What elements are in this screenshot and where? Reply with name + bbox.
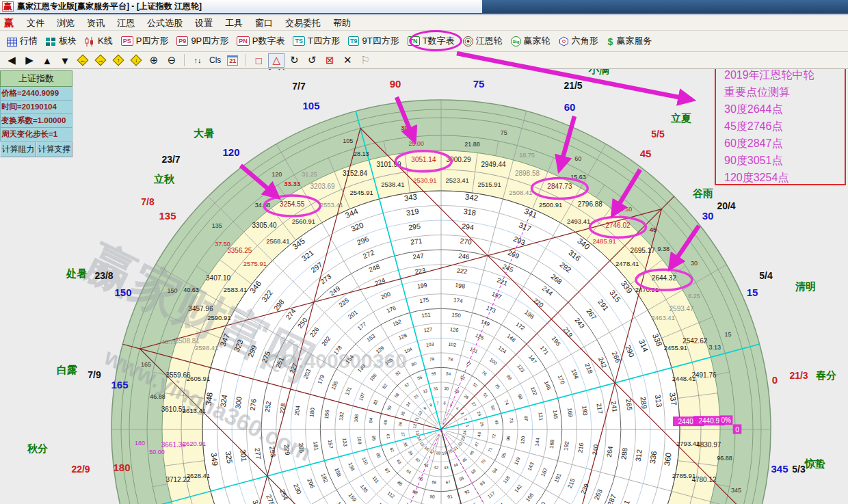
svg-text:180: 180	[113, 462, 130, 473]
window-title: 赢家江恩专业版[赢家服务平台] - [上证指数 江恩轮]	[17, 1, 202, 12]
cls-button[interactable]: Cls	[207, 53, 223, 68]
diamond-pan-down-button: ↓	[131, 55, 142, 66]
toolbar-button-六角形[interactable]: 六角形	[555, 33, 602, 49]
forward-button[interactable]: ▶	[21, 53, 38, 68]
pan-left-button[interactable]: ←	[75, 53, 91, 68]
svg-text:3.13: 3.13	[709, 344, 721, 351]
toolbar-button-T四方形[interactable]: TST四方形	[289, 33, 343, 49]
toolbar-button-板块[interactable]: 板块	[42, 33, 81, 49]
toolbar-button-江恩轮[interactable]: 江恩轮	[459, 33, 507, 49]
app-window: 赢 赢家江恩专业版[赢家服务平台] - [上证指数 江恩轮] 赢 文件浏览资讯江…	[0, 0, 848, 504]
calendar-button[interactable]: 21	[224, 53, 241, 68]
svg-text:2478.41: 2478.41	[615, 260, 639, 267]
svg-text:121: 121	[537, 412, 544, 421]
menu-item-设置[interactable]: 设置	[189, 16, 219, 31]
svg-text:45: 45	[650, 226, 657, 233]
pan-down-button[interactable]: ↓	[128, 53, 144, 68]
calc-support-button[interactable]: 计算支撑	[36, 142, 72, 157]
svg-text:132: 132	[338, 412, 345, 421]
flag-button[interactable]: ⚐	[357, 53, 373, 68]
zoom-out-button[interactable]: ⊖	[163, 53, 180, 68]
svg-text:2898.58: 2898.58	[515, 170, 540, 177]
toolbar-separator	[245, 54, 246, 66]
menu-item-浏览[interactable]: 浏览	[51, 16, 81, 31]
pan-up-button[interactable]: ↑	[110, 53, 127, 68]
svg-text:31.25: 31.25	[302, 171, 317, 178]
menu-item-资讯[interactable]: 资讯	[81, 16, 111, 31]
svg-text:3407.10: 3407.10	[206, 274, 231, 282]
menu-item-公式选股[interactable]: 公式选股	[141, 16, 189, 31]
toolbar-button-P四方形[interactable]: PSP四方形	[117, 33, 173, 49]
toolbar-button-9T四方形[interactable]: T99T四方形	[344, 33, 403, 49]
menu-item-江恩[interactable]: 江恩	[111, 16, 141, 31]
svg-text:15: 15	[724, 331, 731, 338]
svg-text:156: 156	[323, 409, 331, 419]
triangle-tool-button[interactable]: △	[268, 53, 284, 68]
svg-text:157: 157	[327, 439, 334, 449]
svg-text:135: 135	[159, 210, 176, 222]
svg-text:30: 30	[401, 124, 408, 131]
svg-text:22/9: 22/9	[71, 464, 90, 475]
menubar: 赢 文件浏览资讯江恩公式选股设置工具窗口交易委托帮助	[0, 16, 848, 31]
svg-text:342: 342	[464, 193, 479, 202]
toolbar-button-9P四方形[interactable]: P99P四方形	[172, 33, 233, 49]
toolbar-button-T数字表[interactable]: TNT数字表	[403, 33, 459, 49]
svg-text:6.25: 6.25	[688, 293, 700, 300]
blocks-icon	[46, 36, 56, 46]
svg-text:2695.17: 2695.17	[631, 247, 656, 254]
menu-item-交易委托[interactable]: 交易委托	[279, 16, 327, 31]
tools-toolbar: ◀▶▲▼←→↑↓⊕⊖↑↓Cls21□△↻↺⊠✕⚐	[0, 52, 848, 69]
toolbar-button-P数字表[interactable]: PNP数字表	[233, 33, 289, 49]
toolbar-button-label: 板块	[59, 35, 77, 47]
svg-text:惊蛰: 惊蛰	[804, 457, 825, 469]
svg-text:5/5: 5/5	[651, 129, 665, 140]
svg-text:立秋: 立秋	[153, 173, 175, 185]
calc-resistance-button[interactable]: 计算阻力	[0, 142, 36, 157]
square-tool-button[interactable]: □	[250, 53, 267, 68]
menu-item-文件[interactable]: 文件	[21, 16, 51, 31]
menu-item-窗口[interactable]: 窗口	[249, 16, 279, 31]
toolbar-button-label: T四方形	[308, 35, 340, 47]
svg-text:150: 150	[114, 287, 131, 298]
TN-badge-icon: TN	[408, 36, 420, 46]
svg-text:3051.14: 3051.14	[411, 156, 436, 163]
svg-text:21.88: 21.88	[464, 141, 480, 148]
zoom-in-button[interactable]: ⊕	[146, 53, 162, 68]
rotate-cw-button[interactable]: ↻	[286, 53, 302, 68]
svg-text:204: 204	[293, 405, 302, 416]
toolbar-button-赢家服务[interactable]: $赢家服务	[602, 33, 657, 49]
box-x-button[interactable]: ⊠	[321, 53, 338, 68]
updown-button[interactable]: ↑↓	[189, 53, 206, 68]
svg-text:60: 60	[564, 101, 576, 113]
menu-item-帮助[interactable]: 帮助	[327, 16, 357, 31]
pointer-up-button[interactable]: ▲	[39, 53, 55, 68]
pointer-down-button[interactable]: ▼	[57, 53, 73, 68]
svg-text:193: 193	[581, 405, 589, 416]
svg-text:276: 276	[249, 398, 258, 411]
svg-text:白露: 白露	[57, 364, 77, 375]
svg-text:立夏: 立夏	[670, 112, 691, 124]
svg-text:360: 360	[663, 452, 672, 466]
svg-text:105: 105	[302, 100, 319, 111]
toolbar-button-label: 行情	[20, 35, 38, 47]
svg-text:240: 240	[592, 444, 600, 455]
svg-text:247: 247	[412, 252, 424, 261]
resize-button[interactable]: ✕	[339, 53, 356, 68]
svg-text:2644.32: 2644.32	[652, 274, 677, 282]
back-button[interactable]: ◀	[3, 53, 20, 68]
rotate-ccw-button[interactable]: ↺	[304, 53, 320, 68]
svg-text:318: 318	[463, 207, 477, 217]
svg-text:3152.84: 3152.84	[343, 170, 368, 177]
svg-text:2949.44: 2949.44	[481, 161, 506, 168]
P9-badge-icon: P9	[176, 36, 188, 46]
toolbar-button-K线[interactable]: K线	[81, 33, 117, 49]
svg-text:127: 127	[423, 326, 433, 334]
toolbar-button-行情[interactable]: 行情	[3, 33, 42, 49]
svg-text:192: 192	[562, 440, 570, 451]
wheel-icon: Big	[511, 36, 521, 47]
svg-text:133: 133	[341, 438, 349, 447]
pan-right-button[interactable]: →	[92, 53, 109, 68]
svg-text:4780.12: 4780.12	[691, 476, 717, 483]
toolbar-button-赢家轮[interactable]: Big赢家轮	[507, 33, 555, 49]
menu-item-工具[interactable]: 工具	[219, 16, 249, 31]
